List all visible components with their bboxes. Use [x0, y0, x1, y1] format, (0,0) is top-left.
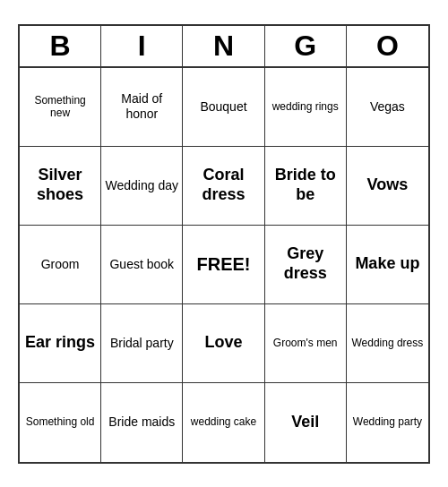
bingo-cell: Bouquet	[183, 68, 264, 147]
bingo-cell: Ear rings	[20, 304, 101, 383]
bingo-cell: Guest book	[101, 226, 183, 304]
bingo-header-letter: O	[347, 26, 428, 66]
bingo-header-letter: I	[101, 26, 183, 66]
bingo-cell: Wedding party	[347, 383, 428, 462]
bingo-cell: wedding cake	[183, 383, 264, 462]
bingo-cell: Something new	[20, 68, 101, 147]
bingo-cell: Bride maids	[101, 383, 183, 462]
bingo-grid: Something newMaid of honorBouquetwedding…	[20, 68, 428, 462]
bingo-cell: Vows	[347, 147, 428, 226]
bingo-cell: FREE!	[183, 226, 264, 304]
bingo-cell: wedding rings	[265, 68, 347, 147]
bingo-header-letter: N	[183, 26, 264, 66]
bingo-cell: Silver shoes	[20, 147, 101, 226]
bingo-header-letter: G	[265, 26, 347, 66]
bingo-cell: Maid of honor	[101, 68, 183, 147]
bingo-header-letter: B	[20, 26, 101, 66]
bingo-cell: Groom	[20, 226, 101, 304]
bingo-cell: Make up	[347, 226, 428, 304]
bingo-cell: Groom's men	[265, 304, 347, 383]
bingo-cell: Coral dress	[183, 147, 264, 226]
bingo-header: BINGO	[20, 26, 428, 68]
bingo-cell: Grey dress	[265, 226, 347, 304]
bingo-card: BINGO Something newMaid of honorBouquetw…	[18, 24, 430, 464]
bingo-cell: Bridal party	[101, 304, 183, 383]
bingo-cell: Bride to be	[265, 147, 347, 226]
bingo-cell: Vegas	[347, 68, 428, 147]
bingo-cell: Veil	[265, 383, 347, 462]
bingo-cell: Something old	[20, 383, 101, 462]
bingo-cell: Love	[183, 304, 264, 383]
bingo-cell: Wedding dress	[347, 304, 428, 383]
bingo-cell: Wedding day	[101, 147, 183, 226]
